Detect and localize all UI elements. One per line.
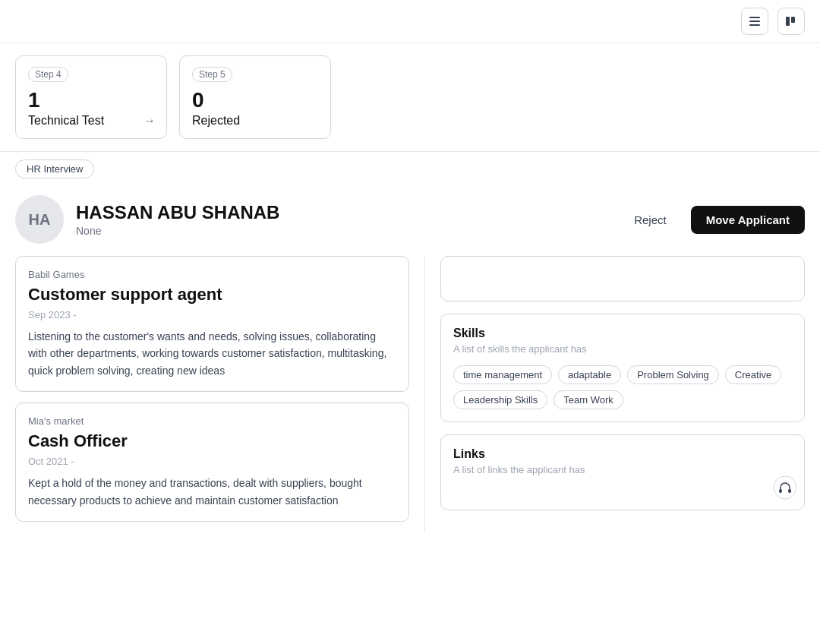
skill-badge: Problem Solving (627, 365, 719, 384)
svg-rect-4 (791, 17, 795, 23)
experience-card-1: Mia's market Cash Officer Oct 2021 - Kep… (15, 402, 409, 522)
top-placeholder-card (440, 256, 805, 301)
step4-count: 1 (28, 88, 154, 112)
company-name-0: Babil Games (28, 269, 396, 280)
hr-interview-badge[interactable]: HR Interview (15, 159, 94, 178)
step5-name: Rejected (192, 114, 318, 128)
applicant-name: HASSAN ABU SHANAB (76, 202, 279, 223)
job-description-1: Kept a hold of the money and transaction… (28, 475, 396, 509)
left-column: Babil Games Customer support agent Sep 2… (15, 256, 425, 532)
applicant-status: None (76, 225, 279, 237)
links-subtitle: A list of links the applicant has (453, 464, 792, 475)
job-title-0: Customer support agent (28, 285, 396, 305)
step4-label: Step 4 (28, 67, 68, 82)
job-title-1: Cash Officer (28, 431, 396, 451)
experience-card-0: Babil Games Customer support agent Sep 2… (15, 256, 409, 392)
skill-badge: Creative (725, 365, 781, 384)
step4-name: Technical Test (28, 114, 154, 128)
main-content: Babil Games Customer support agent Sep 2… (0, 256, 820, 532)
move-applicant-button[interactable]: Move Applicant (691, 206, 805, 234)
avatar: HA (15, 195, 64, 244)
job-description-0: Listening to the customer's wants and ne… (28, 328, 396, 379)
svg-rect-3 (786, 17, 790, 26)
links-title: Links (453, 447, 792, 461)
step4-arrow: → (144, 114, 156, 128)
svg-rect-7 (788, 489, 791, 493)
links-card: Links A list of links the applicant has (440, 434, 805, 510)
skill-badge: Team Work (554, 390, 623, 409)
skills-title: Skills (453, 327, 792, 340)
skill-badge: time management (453, 365, 552, 384)
step-card-rejected[interactable]: Step 5 0 Rejected (179, 55, 331, 139)
svg-rect-2 (749, 24, 760, 26)
applicant-actions: Reject Move Applicant (619, 206, 805, 234)
steps-row: Step 4 1 Technical Test → Step 5 0 Rejec… (0, 43, 820, 152)
skill-badge: adaptable (558, 365, 621, 384)
skills-subtitle: A list of skills the applicant has (453, 343, 792, 355)
skill-badge: Leadership Skills (453, 390, 547, 409)
headphone-icon[interactable] (773, 475, 797, 503)
applicant-header: HA HASSAN ABU SHANAB None Reject Move Ap… (0, 186, 820, 256)
kanban-view-icon[interactable] (777, 8, 805, 35)
step-card-technical-test[interactable]: Step 4 1 Technical Test → (15, 55, 167, 139)
skills-card: Skills A list of skills the applicant ha… (440, 314, 805, 422)
step5-label: Step 5 (192, 67, 232, 82)
svg-rect-1 (749, 21, 760, 22)
date-range-1: Oct 2021 - (28, 456, 396, 467)
applicant-left: HA HASSAN ABU SHANAB None (15, 195, 279, 244)
svg-point-5 (774, 476, 796, 499)
reject-button[interactable]: Reject (619, 206, 682, 234)
list-view-icon[interactable] (741, 8, 768, 35)
right-column: Skills A list of skills the applicant ha… (425, 256, 805, 532)
step5-count: 0 (192, 88, 318, 112)
toolbar (0, 0, 820, 43)
applicant-info: HASSAN ABU SHANAB None (76, 202, 279, 237)
date-range-0: Sep 2023 - (28, 309, 396, 320)
skills-list: time managementadaptableProblem SolvingC… (453, 365, 792, 409)
hr-interview-bar: HR Interview (0, 152, 820, 186)
svg-rect-0 (749, 17, 760, 18)
svg-rect-6 (779, 489, 782, 493)
company-name-1: Mia's market (28, 415, 396, 427)
